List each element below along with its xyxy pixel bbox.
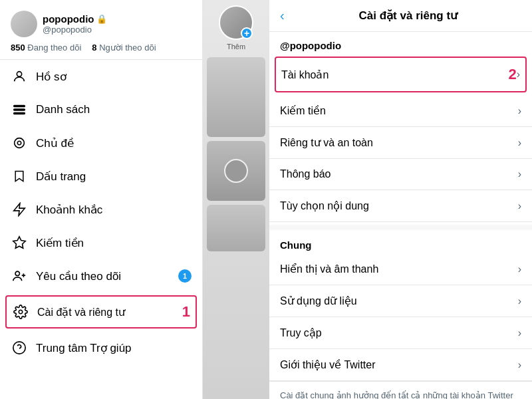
settings-item-accessibility[interactable]: Truy cập › <box>269 317 532 349</box>
svg-marker-7 <box>13 237 25 248</box>
follow-stats: 850 Đang theo dõi 8 Người theo dõi <box>11 43 192 53</box>
chevron-right-icon: › <box>518 327 521 339</box>
chevron-right-icon: › <box>518 295 521 307</box>
lists-icon <box>11 101 28 118</box>
svg-point-5 <box>15 138 25 148</box>
sidebar-item-bookmarks[interactable]: Dấu trang <box>0 160 202 193</box>
sidebar-item-profile[interactable]: Hồ sơ <box>0 60 202 93</box>
sidebar-item-topics[interactable]: Chủ đề <box>0 126 202 160</box>
sidebar-item-settings[interactable]: Cài đặt và riêng tư 1 <box>5 295 197 329</box>
topics-icon <box>11 134 28 152</box>
settings-item-account[interactable]: Tài khoản 2 › <box>275 57 527 92</box>
sidebar-item-lists[interactable]: Danh sách <box>0 93 202 126</box>
back-button[interactable]: ‹ <box>280 8 285 23</box>
about-item-label: Giới thiệu về Twitter <box>280 358 518 371</box>
profile-handle: @popopodio <box>43 25 107 35</box>
bookmark-icon <box>11 168 28 185</box>
follow-request-badge: 1 <box>178 269 192 283</box>
profile-name: popopodio 🔒 <box>43 13 107 25</box>
lock-icon: 🔒 <box>96 14 107 24</box>
sidebar-item-label: Dấu trang <box>36 170 192 184</box>
add-story-avatar[interactable]: + <box>219 5 253 40</box>
settings-step-number: 1 <box>182 303 190 321</box>
content-item-label: Tùy chọn nội dung <box>280 200 518 212</box>
sidebar-item-label: Khoảnh khắc <box>36 203 192 217</box>
following-count: 850 Đang theo dõi <box>11 43 81 53</box>
chevron-right-icon: › <box>517 68 520 80</box>
profile-section: popopodio 🔒 @popopodio 850 Đang theo dõi… <box>0 0 202 60</box>
moments-icon <box>11 201 28 218</box>
nav-menu: Hồ sơ Danh sách Chủ đề Dấu trang Khoảnh … <box>0 60 202 399</box>
svg-rect-2 <box>14 109 25 110</box>
data-item-label: Sử dụng dữ liệu <box>280 295 518 307</box>
settings-item-content[interactable]: Tùy chọn nội dung › <box>269 190 532 222</box>
account-step-number: 2 <box>508 66 516 83</box>
settings-page-title: Cài đặt và riêng tư <box>295 9 521 23</box>
feed-card-3 <box>207 205 265 251</box>
chevron-right-icon: › <box>518 263 521 275</box>
svg-point-11 <box>19 310 23 314</box>
chevron-right-icon: › <box>518 200 521 212</box>
add-icon: + <box>241 27 253 39</box>
settings-item-monetize[interactable]: Kiếm tiền › <box>269 95 532 127</box>
chevron-right-icon: › <box>518 168 521 180</box>
settings-account-handle: @popopodio <box>269 32 532 54</box>
follow-request-icon <box>11 267 28 285</box>
star-icon <box>11 234 28 251</box>
help-icon <box>11 339 28 356</box>
settings-item-about[interactable]: Giới thiệu về Twitter › <box>269 349 532 381</box>
svg-rect-3 <box>14 113 25 114</box>
followers-count: 8 Người theo dõi <box>92 43 156 53</box>
settings-footer-note: Cài đặt chung ảnh hưởng đến tất cả những… <box>269 381 532 399</box>
svg-point-12 <box>13 342 25 354</box>
sidebar-item-label: Chủ đề <box>36 136 192 150</box>
notifications-item-label: Thông báo <box>280 168 518 180</box>
settings-icon <box>12 303 29 321</box>
chevron-right-icon: › <box>518 105 521 117</box>
svg-point-4 <box>17 141 21 145</box>
sidebar-item-label: Hồ sơ <box>36 70 192 84</box>
settings-content: @popopodio Tài khoản 2 › Kiếm tiền › Riê… <box>269 32 532 399</box>
left-panel: popopodio 🔒 @popopodio 850 Đang theo dõi… <box>0 0 203 399</box>
sidebar-item-label: Kiếm tiền <box>36 236 192 250</box>
settings-item-data[interactable]: Sử dụng dữ liệu › <box>269 285 532 317</box>
svg-rect-1 <box>14 106 25 107</box>
svg-point-0 <box>17 72 21 76</box>
sidebar-item-label: Danh sách <box>36 103 192 116</box>
middle-feed-strip: + Thêm <box>203 0 269 399</box>
sidebar-item-follow-requests[interactable]: Yêu cầu theo dõi 1 <box>0 259 202 293</box>
feed-card-avatar <box>224 159 248 183</box>
monetize-item-label: Kiếm tiền <box>280 104 518 117</box>
chevron-right-icon: › <box>518 137 521 149</box>
help-label: Trung tâm Trợ giúp <box>36 341 192 355</box>
privacy-item-label: Riêng tư và an toàn <box>280 136 518 149</box>
accessibility-item-label: Truy cập <box>280 327 518 339</box>
account-item-label: Tài khoản <box>281 68 503 81</box>
right-panel: ‹ Cài đặt và riêng tư @popopodio Tài kho… <box>269 0 532 399</box>
profile-icon <box>11 68 28 85</box>
svg-point-8 <box>15 271 19 275</box>
sidebar-item-help[interactable]: Trung tâm Trợ giúp <box>0 331 202 364</box>
sidebar-item-label: Yêu cầu theo dõi <box>36 269 178 283</box>
settings-header: ‹ Cài đặt và riêng tư <box>269 0 532 32</box>
settings-item-display[interactable]: Hiển thị và âm thanh › <box>269 253 532 285</box>
display-item-label: Hiển thị và âm thanh <box>280 263 518 275</box>
settings-label: Cài đặt và riêng tư <box>37 306 177 319</box>
chevron-right-icon: › <box>518 359 521 371</box>
general-section-title: Chung <box>269 225 532 253</box>
feed-card-2 <box>207 141 265 201</box>
sidebar-item-monetize[interactable]: Kiếm tiền <box>0 226 202 259</box>
feed-card-1 <box>207 57 265 137</box>
avatar <box>11 11 37 37</box>
svg-marker-6 <box>14 203 25 215</box>
settings-item-notifications[interactable]: Thông báo › <box>269 159 532 190</box>
them-label: Thêm <box>227 43 245 51</box>
sidebar-item-moments[interactable]: Khoảnh khắc <box>0 193 202 226</box>
settings-item-privacy[interactable]: Riêng tư và an toàn › <box>269 127 532 159</box>
